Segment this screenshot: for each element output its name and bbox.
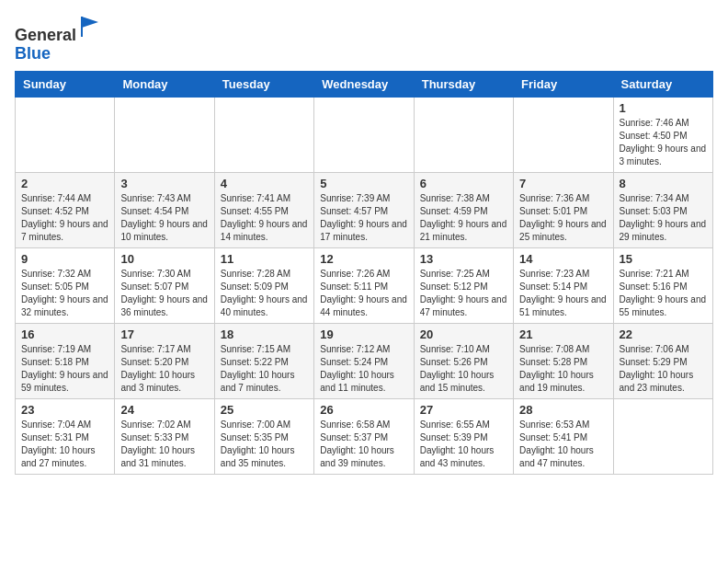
- calendar-table: SundayMondayTuesdayWednesdayThursdayFrid…: [15, 71, 713, 475]
- day-info: Sunrise: 7:10 AM Sunset: 5:26 PM Dayligh…: [420, 343, 507, 395]
- calendar-cell: 25Sunrise: 7:00 AM Sunset: 5:35 PM Dayli…: [214, 398, 313, 474]
- logo-general: General: [15, 26, 76, 44]
- calendar-cell: 4Sunrise: 7:41 AM Sunset: 4:55 PM Daylig…: [214, 172, 313, 247]
- day-number: 22: [620, 327, 707, 341]
- day-info: Sunrise: 7:44 AM Sunset: 4:52 PM Dayligh…: [21, 192, 108, 244]
- calendar-cell: 1Sunrise: 7:46 AM Sunset: 4:50 PM Daylig…: [613, 97, 712, 172]
- calendar-cell: 14Sunrise: 7:23 AM Sunset: 5:14 PM Dayli…: [514, 247, 613, 323]
- calendar-cell: [214, 97, 313, 172]
- day-number: 4: [221, 177, 308, 190]
- day-number: 24: [120, 403, 208, 417]
- day-info: Sunrise: 7:28 AM Sunset: 5:09 PM Dayligh…: [221, 268, 308, 319]
- calendar-cell: 23Sunrise: 7:04 AM Sunset: 5:31 PM Dayli…: [16, 398, 115, 474]
- day-info: Sunrise: 7:43 AM Sunset: 4:54 PM Dayligh…: [120, 192, 208, 244]
- day-number: 17: [120, 327, 208, 341]
- calendar-week-row: 2Sunrise: 7:44 AM Sunset: 4:52 PM Daylig…: [16, 172, 713, 247]
- day-info: Sunrise: 7:38 AM Sunset: 4:59 PM Dayligh…: [420, 192, 507, 244]
- calendar-header-row: SundayMondayTuesdayWednesdayThursdayFrid…: [16, 71, 713, 97]
- day-info: Sunrise: 7:25 AM Sunset: 5:12 PM Dayligh…: [420, 268, 507, 319]
- day-info: Sunrise: 6:58 AM Sunset: 5:37 PM Dayligh…: [320, 419, 407, 470]
- day-number: 11: [221, 252, 308, 266]
- col-header-friday: Friday: [514, 71, 613, 97]
- calendar-cell: 11Sunrise: 7:28 AM Sunset: 5:09 PM Dayli…: [214, 247, 313, 323]
- calendar-cell: 20Sunrise: 7:10 AM Sunset: 5:26 PM Dayli…: [414, 323, 513, 398]
- col-header-wednesday: Wednesday: [314, 71, 414, 97]
- calendar-cell: [414, 97, 513, 172]
- day-info: Sunrise: 7:00 AM Sunset: 5:35 PM Dayligh…: [221, 419, 308, 470]
- day-info: Sunrise: 7:36 AM Sunset: 5:01 PM Dayligh…: [519, 192, 607, 244]
- day-info: Sunrise: 7:15 AM Sunset: 5:22 PM Dayligh…: [221, 343, 308, 395]
- calendar-week-row: 16Sunrise: 7:19 AM Sunset: 5:18 PM Dayli…: [16, 323, 713, 398]
- day-number: 15: [620, 252, 707, 266]
- day-info: Sunrise: 7:39 AM Sunset: 4:57 PM Dayligh…: [320, 192, 407, 244]
- day-number: 26: [320, 403, 407, 417]
- day-number: 21: [519, 327, 607, 341]
- calendar-week-row: 9Sunrise: 7:32 AM Sunset: 5:05 PM Daylig…: [16, 247, 713, 323]
- logo-flag-icon: [78, 13, 104, 39]
- day-number: 10: [120, 252, 208, 266]
- calendar-cell: [16, 97, 115, 172]
- day-number: 25: [221, 403, 308, 417]
- col-header-tuesday: Tuesday: [214, 71, 313, 97]
- calendar-cell: 19Sunrise: 7:12 AM Sunset: 5:24 PM Dayli…: [314, 323, 414, 398]
- calendar-cell: 27Sunrise: 6:55 AM Sunset: 5:39 PM Dayli…: [414, 398, 513, 474]
- day-number: 5: [320, 177, 407, 190]
- day-number: 13: [420, 252, 507, 266]
- day-number: 14: [519, 252, 607, 266]
- day-number: 18: [221, 327, 308, 341]
- calendar-cell: 17Sunrise: 7:17 AM Sunset: 5:20 PM Dayli…: [115, 323, 214, 398]
- day-info: Sunrise: 7:17 AM Sunset: 5:20 PM Dayligh…: [120, 343, 208, 395]
- day-number: 20: [420, 327, 507, 341]
- day-number: 23: [21, 403, 108, 417]
- day-number: 2: [21, 177, 108, 190]
- calendar-cell: 12Sunrise: 7:26 AM Sunset: 5:11 PM Dayli…: [314, 247, 414, 323]
- col-header-monday: Monday: [115, 71, 214, 97]
- day-info: Sunrise: 7:26 AM Sunset: 5:11 PM Dayligh…: [320, 268, 407, 319]
- day-number: 7: [519, 177, 607, 190]
- calendar-cell: 6Sunrise: 7:38 AM Sunset: 4:59 PM Daylig…: [414, 172, 513, 247]
- svg-rect-1: [81, 17, 83, 37]
- day-info: Sunrise: 6:55 AM Sunset: 5:39 PM Dayligh…: [420, 419, 507, 470]
- day-info: Sunrise: 7:23 AM Sunset: 5:14 PM Dayligh…: [519, 268, 607, 319]
- calendar-cell: 7Sunrise: 7:36 AM Sunset: 5:01 PM Daylig…: [514, 172, 613, 247]
- day-number: 6: [420, 177, 507, 190]
- page-header: General Blue: [15, 15, 713, 63]
- calendar-cell: [314, 97, 414, 172]
- calendar-cell: 9Sunrise: 7:32 AM Sunset: 5:05 PM Daylig…: [16, 247, 115, 323]
- calendar-cell: 15Sunrise: 7:21 AM Sunset: 5:16 PM Dayli…: [613, 247, 712, 323]
- calendar-cell: [514, 97, 613, 172]
- day-info: Sunrise: 7:21 AM Sunset: 5:16 PM Dayligh…: [620, 268, 707, 319]
- day-info: Sunrise: 7:32 AM Sunset: 5:05 PM Dayligh…: [21, 268, 108, 319]
- day-info: Sunrise: 7:30 AM Sunset: 5:07 PM Dayligh…: [120, 268, 208, 319]
- day-number: 3: [120, 177, 208, 190]
- day-info: Sunrise: 7:02 AM Sunset: 5:33 PM Dayligh…: [120, 419, 208, 470]
- calendar-week-row: 23Sunrise: 7:04 AM Sunset: 5:31 PM Dayli…: [16, 398, 713, 474]
- day-number: 16: [21, 327, 108, 341]
- calendar-cell: 10Sunrise: 7:30 AM Sunset: 5:07 PM Dayli…: [115, 247, 214, 323]
- calendar-cell: 16Sunrise: 7:19 AM Sunset: 5:18 PM Dayli…: [16, 323, 115, 398]
- calendar-cell: 18Sunrise: 7:15 AM Sunset: 5:22 PM Dayli…: [214, 323, 313, 398]
- svg-marker-0: [82, 17, 98, 28]
- day-info: Sunrise: 7:41 AM Sunset: 4:55 PM Dayligh…: [221, 192, 308, 244]
- day-number: 12: [320, 252, 407, 266]
- col-header-thursday: Thursday: [414, 71, 513, 97]
- calendar-cell: 13Sunrise: 7:25 AM Sunset: 5:12 PM Dayli…: [414, 247, 513, 323]
- day-info: Sunrise: 7:08 AM Sunset: 5:28 PM Dayligh…: [519, 343, 607, 395]
- day-number: 19: [320, 327, 407, 341]
- day-number: 28: [519, 403, 607, 417]
- calendar-cell: 28Sunrise: 6:53 AM Sunset: 5:41 PM Dayli…: [514, 398, 613, 474]
- calendar-cell: 22Sunrise: 7:06 AM Sunset: 5:29 PM Dayli…: [613, 323, 712, 398]
- day-info: Sunrise: 7:46 AM Sunset: 4:50 PM Dayligh…: [620, 117, 707, 168]
- col-header-sunday: Sunday: [16, 71, 115, 97]
- col-header-saturday: Saturday: [613, 71, 712, 97]
- day-number: 8: [620, 177, 707, 190]
- day-info: Sunrise: 7:34 AM Sunset: 5:03 PM Dayligh…: [620, 192, 707, 244]
- calendar-cell: [115, 97, 214, 172]
- calendar-cell: 24Sunrise: 7:02 AM Sunset: 5:33 PM Dayli…: [115, 398, 214, 474]
- day-info: Sunrise: 6:53 AM Sunset: 5:41 PM Dayligh…: [519, 419, 607, 470]
- day-number: 1: [620, 101, 707, 115]
- calendar-cell: 2Sunrise: 7:44 AM Sunset: 4:52 PM Daylig…: [16, 172, 115, 247]
- calendar-cell: 3Sunrise: 7:43 AM Sunset: 4:54 PM Daylig…: [115, 172, 214, 247]
- day-number: 27: [420, 403, 507, 417]
- day-info: Sunrise: 7:19 AM Sunset: 5:18 PM Dayligh…: [21, 343, 108, 395]
